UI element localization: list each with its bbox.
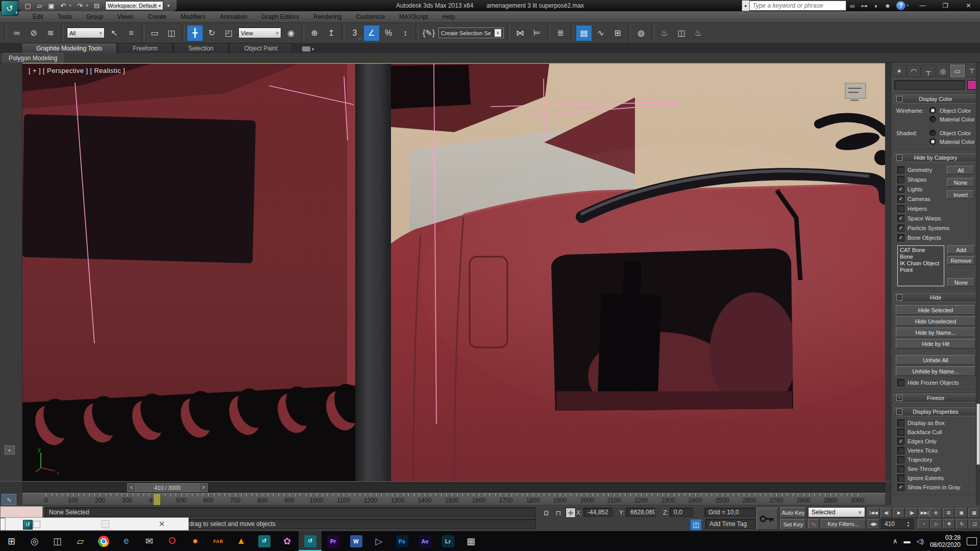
project-folder-icon[interactable]: ⊟ xyxy=(91,1,102,10)
firefox[interactable]: ● xyxy=(184,531,207,551)
checkbox-icon[interactable] xyxy=(897,176,904,183)
checkbox-icon[interactable] xyxy=(897,456,904,463)
ribbon-minimize-icon[interactable]: ▾ xyxy=(300,45,317,53)
current-frame-marker[interactable] xyxy=(153,493,161,506)
collapse-icon[interactable]: - xyxy=(896,294,902,300)
viewport-label[interactable]: [ + ] [ Perspective ] [ Realistic ] xyxy=(29,67,125,74)
list-item[interactable]: Point xyxy=(900,267,942,273)
all-button[interactable]: All xyxy=(947,166,974,174)
category-helpers[interactable]: Helpers xyxy=(893,204,978,213)
select-and-scale-icon[interactable]: ◰ xyxy=(220,25,237,41)
checkbox-icon[interactable] xyxy=(897,429,904,436)
set-keys-button[interactable] xyxy=(756,508,778,530)
mini-window-close-icon[interactable]: ✕ xyxy=(157,519,167,529)
fab[interactable]: FAB xyxy=(207,531,230,551)
property-display-as-box[interactable]: Display as Box xyxy=(893,418,978,428)
percent-snap-toggle-icon[interactable]: % xyxy=(380,25,397,41)
list-item[interactable]: CAT Bone xyxy=(900,247,942,254)
hide-by-name--button[interactable]: Hide by Name... xyxy=(896,328,975,337)
next-frame-button[interactable]: |▶ xyxy=(906,508,918,518)
checkbox-icon[interactable]: ✓ xyxy=(897,438,904,445)
y-coord-field[interactable]: 6628,069 xyxy=(626,508,655,517)
radio-material-color[interactable] xyxy=(929,138,936,145)
select-and-rotate-icon[interactable]: ↻ xyxy=(204,25,220,41)
radio-material-color[interactable] xyxy=(929,116,936,122)
lightroom[interactable]: Lr xyxy=(436,531,459,551)
motion-tab-icon[interactable]: ◎ xyxy=(936,65,950,77)
menu-tools[interactable]: Tools xyxy=(51,11,79,22)
time-configuration-button[interactable]: ◔ xyxy=(918,519,929,529)
hide-by-hit-button[interactable]: Hide by Hit xyxy=(896,339,975,348)
zoom-all-button[interactable]: ⊞ xyxy=(943,508,954,518)
mirror-icon[interactable]: ⋈ xyxy=(512,25,528,41)
property-trajectory[interactable]: Trajectory xyxy=(893,455,978,464)
unhide-by-name--button[interactable]: Unhide by Name... xyxy=(896,366,975,376)
time-slider-track[interactable]: < 410 / 3000 > xyxy=(22,483,885,492)
select-and-manipulate-icon[interactable]: ⊕ xyxy=(306,25,323,41)
key-mode-toggle-button[interactable]: ◀▶ xyxy=(868,519,879,529)
orbit-button[interactable]: ↻ xyxy=(956,519,968,529)
go-to-start-button[interactable]: |◀◀ xyxy=(868,508,879,518)
collapse-icon[interactable]: - xyxy=(896,96,902,102)
collapse-icon[interactable]: - xyxy=(896,409,902,415)
x-coord-field[interactable]: -44,852 xyxy=(583,508,612,517)
rendered-frame-window-icon[interactable]: ◫ xyxy=(673,25,690,41)
panel-scrollbar[interactable] xyxy=(976,63,980,506)
file-explorer[interactable]: ▱ xyxy=(69,531,92,551)
workspace-dropdown[interactable]: Workspace: Default▾ xyxy=(105,1,163,10)
battery-icon[interactable]: ▬ xyxy=(904,537,911,545)
property-ignore-extents[interactable]: Ignore Extents xyxy=(893,473,978,483)
mini-window-restore-icon[interactable]: ▢ xyxy=(102,520,109,528)
toggle-scene-explorer-icon[interactable]: ▤ xyxy=(576,25,592,41)
select-object-icon[interactable]: ↖ xyxy=(106,25,122,41)
menu-customize[interactable]: Customize xyxy=(349,11,392,22)
angle-snap-toggle-icon[interactable]: ∠ xyxy=(363,25,380,41)
radio-object-color[interactable] xyxy=(929,107,936,114)
checkbox-icon[interactable] xyxy=(897,166,904,173)
align-icon[interactable]: ⊨ xyxy=(529,25,545,41)
favorites-star-icon[interactable]: ★ xyxy=(881,1,893,11)
checkbox-icon[interactable]: ✓ xyxy=(897,234,904,241)
none-category-button[interactable]: None xyxy=(947,278,975,287)
menu-graph-editors[interactable]: Graph Editors xyxy=(254,11,306,22)
menu-group[interactable]: Group xyxy=(79,11,110,22)
application-menu-button[interactable]: ↺▾ xyxy=(1,1,18,16)
category-particle-systems[interactable]: ✓Particle Systems xyxy=(893,223,978,233)
spinner-snap-toggle-icon[interactable]: ↕ xyxy=(397,25,413,41)
volume-icon[interactable]: ◁) xyxy=(917,537,924,545)
menu-modifiers[interactable]: Modifiers xyxy=(174,11,213,22)
hierarchy-tab-icon[interactable]: ┬ xyxy=(921,65,936,77)
chrome[interactable] xyxy=(92,531,115,551)
rail-handle-button[interactable]: ▸ xyxy=(5,445,15,455)
ribbon-tab-graphite-modeling-tools[interactable]: Graphite Modeling Tools xyxy=(21,43,117,53)
checkbox-icon[interactable] xyxy=(897,205,904,212)
menu-maxscript[interactable]: MAXScript xyxy=(392,11,435,22)
default-tangent-icon[interactable]: ∿ xyxy=(808,519,819,529)
restore-button[interactable]: ❐ xyxy=(934,0,957,11)
checkbox-icon[interactable] xyxy=(897,465,904,472)
menu-views[interactable]: Views xyxy=(110,11,141,22)
hide-frozen-objects-checkbox[interactable]: Hide Frozen Objects xyxy=(893,378,978,387)
ribbon-tab-object-paint[interactable]: Object Paint xyxy=(229,43,292,53)
taskbar-clock[interactable]: 03:28 08/02/2020 xyxy=(930,534,961,548)
field-of-view-button[interactable]: ▷ xyxy=(930,519,942,529)
z-coord-field[interactable]: 0,0 xyxy=(670,508,693,517)
current-frame-field[interactable]: 410▲▼ xyxy=(881,519,914,529)
viewport[interactable]: y x [ + ] [ Perspective ] [ Realistic ] xyxy=(22,63,885,481)
checkbox-icon[interactable] xyxy=(897,447,904,454)
welcome-lightbulb-icon[interactable]: Ω xyxy=(541,508,551,518)
material-editor-icon[interactable]: ◍ xyxy=(633,25,649,41)
property-see-through[interactable]: See-Through xyxy=(893,464,978,473)
after-effects[interactable]: Ae xyxy=(413,531,436,551)
panel-scrollbar-thumb[interactable] xyxy=(976,404,980,465)
save-file-icon[interactable]: ▣ xyxy=(46,1,57,10)
hide-unselected-button[interactable]: Hide Unselected xyxy=(896,316,975,326)
maxscript-mini-listener-macro[interactable] xyxy=(0,506,43,518)
add-time-tag-field[interactable]: Add Time Tag xyxy=(705,519,755,529)
cortana-search[interactable]: ◎ xyxy=(23,531,46,551)
use-pivot-point-center-icon[interactable]: ◉ xyxy=(283,25,299,41)
redo-icon[interactable]: ↷ xyxy=(75,1,85,10)
render-production-icon[interactable]: ♨ xyxy=(690,25,706,41)
undo-icon-caret[interactable]: ▾ xyxy=(69,4,74,8)
word[interactable]: W xyxy=(345,531,368,551)
